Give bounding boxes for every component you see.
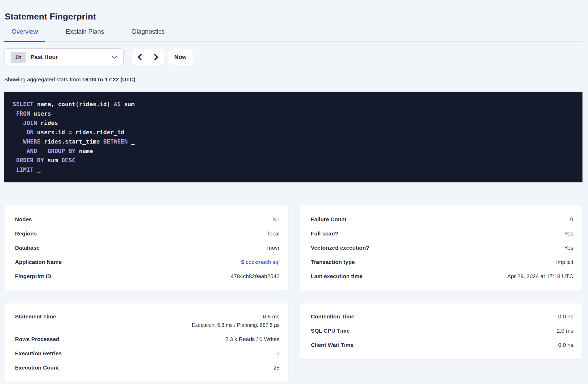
info-row-database: Databasemovr [15,244,280,252]
failure-count-label: Failure Count [311,216,346,223]
info-row-execution-count: Execution Count25 [15,364,280,371]
execution-count-label: Execution Count [15,364,59,371]
info-row-contention-time: Contention Time0.0 ns [311,313,573,320]
info-row-vectorized-execution: Vectorized execution?Yes [311,244,573,252]
application-name-value[interactable]: $ cockroach sql [241,259,280,265]
statement-details-card: NodesN1RegionslocalDatabasemovrApplicati… [4,206,289,291]
sql-cpu-time-label: SQL CPU Time [311,327,350,334]
info-row-application-name: Application Name$ cockroach sql [15,258,280,266]
summary-cards: NodesN1RegionslocalDatabasemovrApplicati… [4,206,583,382]
info-row-failure-count: Failure Count0 [311,216,573,223]
database-label: Database [15,244,39,252]
chevron-right-icon [154,54,158,61]
rows-processed-label: Rows Processed [15,336,59,343]
client-wait-time-value: 0.0 ns [558,342,573,348]
info-row-execution-retries: Execution Retries0 [15,350,280,357]
info-row-client-wait-time: Client Wait Time0.0 ns [311,341,573,349]
execution-retries-label: Execution Retries [15,350,62,357]
info-row-nodes: NodesN1 [15,216,280,223]
info-row-last-execution-time: Last execution timeApr 29, 2024 at 17:18… [311,273,573,280]
execution-retries-value: 0 [276,350,280,356]
nodes-label: Nodes [15,216,32,223]
wait-times-card: Contention Time0.0 nsSQL CPU Time2.0 msC… [300,303,582,360]
sql-statement-text: SELECT name, count(rides.id) AS sum FROM… [13,100,574,174]
aggregated-stats-caption: Showing aggregated stats from 16:00 to 1… [4,76,583,83]
failure-count-value: 0 [570,216,573,222]
statement-times-card: Statement Time6.6 msExecution: 5.8 ms / … [4,303,289,382]
regions-value: local [268,230,280,237]
regions-label: Regions [15,230,37,237]
time-controls: 1h Past Hour Now [4,48,583,66]
contention-time-value: 0.0 ns [558,313,573,319]
vectorized-execution-value: Yes [564,245,573,251]
sql-statement-box: SELECT name, count(rides.id) AS sum FROM… [4,92,582,182]
chevron-left-icon [137,54,142,61]
vectorized-execution-label: Vectorized execution? [311,244,369,252]
full-scan-value: Yes [564,230,573,237]
info-row-full-scan: Full scan?Yes [311,230,573,237]
fingerprint-id-label: Fingerprint ID [15,273,51,280]
tab-explain-plans[interactable]: Explain Plans [58,28,111,41]
transaction-type-label: Transaction type [311,258,355,266]
statement-time-subvalue: Execution: 5.8 ms / Planning: 687.5 µs [192,321,280,329]
statement-time-label: Statement Time [15,313,56,320]
next-range-button[interactable] [148,49,164,65]
full-scan-label: Full scan? [311,230,338,237]
prev-range-button[interactable] [132,49,148,65]
database-value: movr [267,245,280,251]
statement-time-value: 6.6 ms [263,313,280,319]
caption-prefix: Showing aggregated stats from [4,76,82,82]
caption-range: 16:00 to 17:22 (UTC) [82,76,136,82]
execution-attributes-card: Failure Count0Full scan?YesVectorized ex… [300,206,582,291]
time-range-nav [132,49,164,65]
time-range-selected-label: Past Hour [31,54,112,61]
transaction-type-value: Implicit [556,259,573,265]
sql-cpu-time-value: 2.0 ms [557,328,573,334]
tab-diagnostics[interactable]: Diagnostics [124,28,172,41]
tab-bar: OverviewExplain PlansDiagnostics [4,28,583,42]
page-title: Statement Fingerprint [5,12,583,22]
rows-processed-value: 2.3 k Reads / 0 Writes [225,336,280,342]
info-row-regions: Regionslocal [15,230,280,237]
tab-overview[interactable]: Overview [4,28,45,41]
execution-count-value: 25 [273,365,280,371]
time-range-badge: 1h [11,52,26,63]
info-row-statement-time: Statement Time6.6 msExecution: 5.8 ms / … [15,313,280,329]
fingerprint-id-value: 4784cb829aab2542 [231,273,280,279]
info-row-sql-cpu-time: SQL CPU Time2.0 ms [311,327,573,334]
contention-time-label: Contention Time [311,313,354,320]
client-wait-time-label: Client Wait Time [311,341,353,349]
now-button[interactable]: Now [168,49,193,65]
application-name-label: Application Name [15,258,62,266]
last-execution-time-value: Apr 29, 2024 at 17:18 UTC [507,273,573,279]
chevron-down-icon [112,56,117,59]
nodes-value[interactable]: N1 [272,216,280,222]
info-row-fingerprint-id: Fingerprint ID4784cb829aab2542 [15,273,280,280]
info-row-transaction-type: Transaction typeImplicit [311,258,573,266]
time-range-dropdown[interactable]: 1h Past Hour [4,48,124,66]
last-execution-time-label: Last execution time [311,273,362,280]
info-row-rows-processed: Rows Processed2.3 k Reads / 0 Writes [15,336,280,343]
